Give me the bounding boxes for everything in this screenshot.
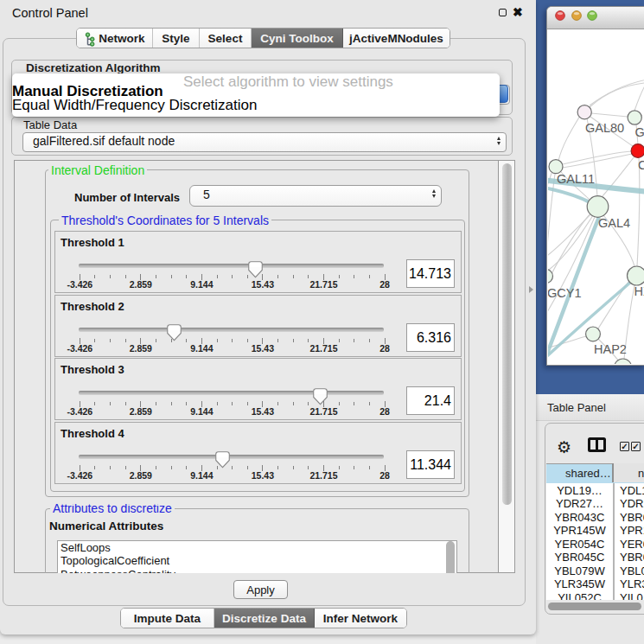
svg-text:GAL80: GAL80: [585, 121, 624, 135]
svg-text:GAL11: GAL11: [557, 172, 595, 186]
svg-text:CY: CY: [638, 158, 644, 172]
svg-text:HAP2: HAP2: [594, 342, 627, 356]
svg-text:GAL: GAL: [635, 125, 644, 139]
svg-text:GAL4: GAL4: [598, 216, 630, 230]
svg-text:GCY1: GCY1: [548, 286, 582, 300]
svg-text:HX: HX: [634, 284, 644, 298]
